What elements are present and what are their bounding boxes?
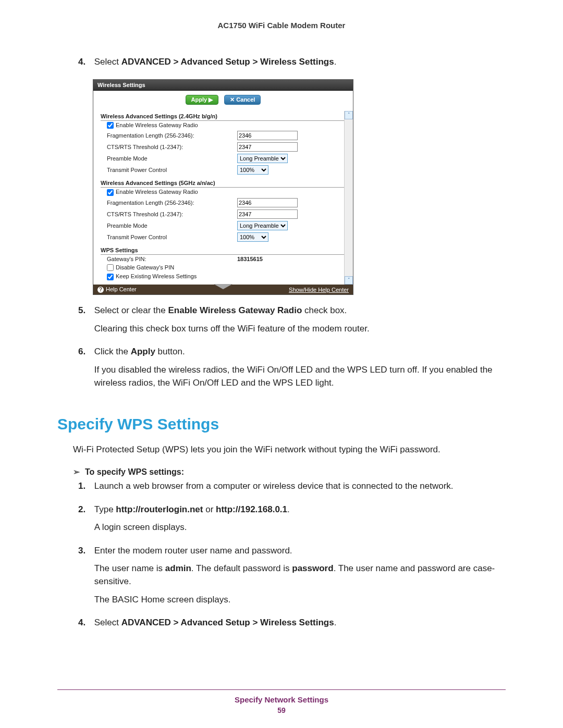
step-number: 2. — [78, 503, 92, 516]
enable-radio-24-checkbox[interactable] — [107, 122, 114, 129]
wps-step2-url1: http://routerlogin.net — [116, 504, 203, 514]
apply-button[interactable]: Apply ▶ — [186, 95, 219, 105]
step5-bold: Enable Wireless Gateway Radio — [168, 305, 302, 315]
section-heading-wps: Specify WPS Settings — [57, 415, 506, 433]
enable-radio-24-label: Enable Wireless Gateway Radio — [116, 122, 198, 128]
wps-step1-text: Launch a web browser from a computer or … — [94, 480, 501, 493]
scrollbar[interactable]: ˄ ˅ — [344, 111, 353, 285]
step6-prefix: Click the — [94, 347, 131, 356]
expand-tab-icon[interactable] — [214, 284, 232, 289]
footer-page-number: 59 — [57, 706, 506, 714]
step5-suffix: check box. — [302, 305, 347, 315]
step-number: 3. — [78, 545, 92, 558]
wps-step3-admin: admin — [165, 563, 191, 573]
preamble-24-label: Preamble Mode — [101, 155, 237, 162]
wps-settings-title: WPS Settings — [101, 245, 346, 255]
help-center-label: Help Center — [106, 286, 137, 292]
wps-step2-prefix: Type — [94, 504, 116, 514]
step4-suffix: . — [334, 57, 337, 67]
show-hide-help-link[interactable]: Show/Hide Help Center — [289, 287, 349, 293]
wps-intro-text: Wi-Fi Protected Setup (WPS) lets you joi… — [73, 443, 506, 456]
document-product-title: AC1750 WiFi Cable Modem Router — [57, 21, 506, 30]
footer-section-title: Specify Network Settings — [57, 695, 506, 704]
gateway-pin-value: 18315615 — [237, 256, 263, 262]
section-5ghz-title: Wireless Advanced Settings (5GHz a/n/ac) — [101, 178, 346, 188]
cancel-button[interactable]: ✕ Cancel — [224, 95, 261, 105]
step6-suffix: button. — [155, 347, 185, 356]
wps-step2-detail: A login screen displays. — [94, 521, 501, 534]
cts-24-label: CTS/RTS Threshold (1-2347): — [101, 144, 237, 150]
frag-24-input[interactable] — [237, 131, 298, 140]
wps-step2-suffix: . — [287, 504, 290, 514]
frag-24-label: Fragmentation Length (256-2346): — [101, 132, 237, 139]
enable-radio-5-checkbox[interactable] — [107, 189, 114, 196]
step-number: 5. — [78, 304, 92, 317]
wps-step3-p2c: . The default password is — [191, 563, 292, 573]
step6-detail: If you disabled the wireless radios, the… — [94, 364, 501, 389]
procedure-arrow-icon: ➢ — [73, 467, 80, 476]
wps-step3-p3: The BASIC Home screen displays. — [94, 594, 501, 607]
txpower-5-select[interactable]: 100% — [237, 232, 268, 242]
step5-detail: Clearing this check box turns off the Wi… — [94, 323, 501, 336]
frag-5-label: Fragmentation Length (256-2346): — [101, 200, 237, 206]
scroll-up-icon[interactable]: ˄ — [345, 111, 353, 119]
step6-bold: Apply — [131, 347, 155, 356]
wps-step2-mid: or — [203, 504, 216, 514]
cts-24-input[interactable] — [237, 142, 298, 152]
wps-step3-password: password — [292, 563, 333, 573]
wps-step4-path: ADVANCED > Advanced Setup > Wireless Set… — [121, 618, 334, 627]
disable-pin-checkbox[interactable] — [107, 264, 114, 271]
txpower-24-select[interactable]: 100% — [237, 165, 268, 175]
preamble-5-label: Preamble Mode — [101, 223, 237, 229]
step-number: 6. — [78, 346, 92, 359]
keep-settings-checkbox[interactable] — [107, 274, 114, 280]
step-number: 1. — [78, 480, 92, 493]
keep-settings-label: Keep Existing Wireless Settings — [116, 273, 197, 279]
step4-nav-path: ADVANCED > Advanced Setup > Wireless Set… — [121, 57, 334, 67]
step5-prefix: Select or clear the — [94, 305, 168, 315]
preamble-5-select[interactable]: Long Preamble — [237, 221, 288, 230]
wps-step3-text: Enter the modem router user name and pas… — [94, 545, 501, 558]
section-24ghz-title: Wireless Advanced Settings (2.4GHz b/g/n… — [101, 111, 346, 121]
step-number: 4. — [78, 56, 92, 69]
txpower-24-label: Transmit Power Control — [101, 167, 237, 173]
wps-step4-suffix: . — [334, 618, 337, 627]
step4-prefix: Select — [94, 57, 121, 67]
cts-5-label: CTS/RTS Threshold (1-2347): — [101, 211, 237, 217]
frag-5-input[interactable] — [237, 198, 298, 207]
cts-5-input[interactable] — [237, 209, 298, 219]
help-icon: ? — [97, 287, 104, 293]
panel-title: Wireless Settings — [93, 80, 353, 91]
wps-step4-prefix: Select — [94, 618, 121, 627]
txpower-5-label: Transmit Power Control — [101, 234, 237, 240]
step-number: 4. — [78, 616, 92, 630]
procedure-title: To specify WPS settings: — [85, 467, 184, 476]
preamble-24-select[interactable]: Long Preamble — [237, 154, 288, 163]
router-wireless-settings-panel: Wireless Settings Apply ▶ ✕ Cancel ˄ ˅ W… — [93, 79, 353, 295]
wps-step3-p2a: The user name is — [94, 563, 165, 573]
disable-pin-label: Disable Gateway's PIN — [116, 264, 174, 270]
enable-radio-5-label: Enable Wireless Gateway Radio — [116, 189, 198, 195]
gateway-pin-label: Gateway's PIN: — [101, 256, 237, 262]
scroll-down-icon[interactable]: ˅ — [345, 276, 353, 285]
wps-step2-url2: http://192.168.0.1 — [216, 504, 287, 514]
